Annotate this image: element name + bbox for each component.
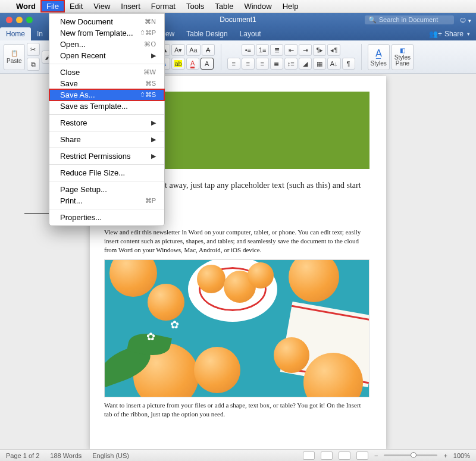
menu-restore[interactable]: Restore▶ <box>49 117 164 128</box>
file-menu-dropdown: New Document⌘N New from Template...⇧⌘P O… <box>49 13 165 226</box>
chevron-right-icon: ▶ <box>151 52 156 59</box>
divider <box>361 44 362 70</box>
content-image[interactable]: ✿ ✿ <box>104 259 369 397</box>
user-icon[interactable]: ☺▾ <box>459 15 471 24</box>
paste-button[interactable]: 📋 Paste <box>4 44 25 70</box>
document-title: Document1 <box>220 15 256 24</box>
menu-tools[interactable]: Tools <box>181 1 209 12</box>
menu-window[interactable]: Window <box>239 1 277 12</box>
menu-insert[interactable]: Insert <box>115 1 146 12</box>
line-spacing-button[interactable]: ↕≡ <box>284 58 298 70</box>
window-controls[interactable] <box>0 17 33 23</box>
draft-view-button[interactable] <box>356 451 368 460</box>
mac-menubar: Word File Edit View Insert Format Tools … <box>0 0 476 13</box>
menu-table[interactable]: Table <box>209 1 239 12</box>
change-case-button[interactable]: Aa <box>186 44 200 56</box>
character-border-button[interactable]: A <box>201 58 214 70</box>
zoom-slider[interactable] <box>384 454 437 456</box>
status-page[interactable]: Page 1 of 2 <box>6 452 39 459</box>
status-language[interactable]: English (US) <box>92 452 129 459</box>
highlight-button[interactable]: ab <box>171 58 184 70</box>
zoom-icon[interactable] <box>26 17 33 23</box>
zoom-out-button[interactable]: − <box>374 452 378 459</box>
align-right-button[interactable]: ≡ <box>256 58 269 70</box>
menu-restrict-permissions[interactable]: Restrict Permissions▶ <box>49 150 164 162</box>
clipboard-icon: 📋 <box>11 50 18 57</box>
numbering-button[interactable]: 1≡ <box>256 44 270 56</box>
outline-view-button[interactable] <box>339 451 350 460</box>
styles-pane-button[interactable]: ◧ Styles Pane <box>392 44 414 70</box>
zoom-level[interactable]: 100% <box>453 452 470 459</box>
menu-save-as-template[interactable]: Save as Template... <box>49 101 164 112</box>
menu-print[interactable]: Print...⌘P <box>49 195 164 206</box>
tab-layout[interactable]: Layout <box>234 27 267 40</box>
borders-button[interactable]: ▦ <box>313 58 326 70</box>
status-bar: Page 1 of 2 188 Words English (US) − + 1… <box>0 449 476 461</box>
menu-file[interactable]: File <box>41 1 64 12</box>
chevron-right-icon: ▶ <box>151 152 156 160</box>
menu-save-as[interactable]: Save As...⇧⌘S <box>49 89 164 101</box>
print-layout-view-button[interactable] <box>303 451 315 460</box>
zoom-in-button[interactable]: + <box>443 452 447 459</box>
menu-open-recent[interactable]: Open Recent▶ <box>49 50 164 61</box>
shrink-font-button[interactable]: A▾ <box>171 44 185 56</box>
ltr-button[interactable]: ¶▸ <box>313 44 326 56</box>
minimize-icon[interactable] <box>16 17 23 23</box>
menu-properties[interactable]: Properties... <box>49 212 164 223</box>
chevron-right-icon: ▶ <box>151 136 156 143</box>
menu-open[interactable]: Open...⌘O <box>49 39 164 50</box>
tab-table-design[interactable]: Table Design <box>180 27 233 40</box>
styles-button[interactable]: A̲ Styles <box>368 44 390 70</box>
tab-home[interactable]: Home <box>0 27 31 40</box>
indent-left-button[interactable]: ⇤ <box>284 44 298 56</box>
multilevel-button[interactable]: ≣ <box>270 44 283 56</box>
align-left-button[interactable]: ≡ <box>227 58 240 70</box>
show-marks-button[interactable]: ¶ <box>342 58 355 70</box>
pane-icon: ◧ <box>400 47 405 54</box>
cut-button[interactable]: ✂ <box>27 43 40 56</box>
menu-view[interactable]: View <box>88 1 115 12</box>
menu-page-setup[interactable]: Page Setup... <box>49 184 164 195</box>
search-icon: 🔍 <box>368 16 377 24</box>
font-color-button[interactable]: A <box>186 58 199 70</box>
sort-button[interactable]: A↓ <box>327 58 341 70</box>
share-button[interactable]: 👥+Share▾ <box>423 27 476 40</box>
tab-insert[interactable]: In <box>31 27 49 40</box>
app-menu[interactable]: Word <box>11 1 41 12</box>
body-paragraph-1[interactable]: View and edit this newsletter in Word on… <box>104 228 369 255</box>
close-icon[interactable] <box>6 17 12 23</box>
menu-new-document[interactable]: New Document⌘N <box>49 16 164 27</box>
divider <box>221 44 221 70</box>
menu-save[interactable]: Save⌘S <box>49 78 164 89</box>
copy-button[interactable]: ⧉ <box>27 58 40 71</box>
menu-new-from-template[interactable]: New from Template...⇧⌘P <box>49 27 164 39</box>
web-layout-view-button[interactable] <box>321 451 333 460</box>
menu-share[interactable]: Share▶ <box>49 134 164 145</box>
menu-reduce-file-size[interactable]: Reduce File Size... <box>49 167 164 178</box>
search-input[interactable]: 🔍 Search in Document <box>365 15 454 24</box>
status-words[interactable]: 188 Words <box>50 452 82 459</box>
copy-icon: ⧉ <box>31 61 36 68</box>
indent-right-button[interactable]: ⇥ <box>299 44 312 56</box>
bullets-button[interactable]: •≡ <box>242 44 255 56</box>
search-placeholder: Search in Document <box>379 16 439 23</box>
chevron-right-icon: ▶ <box>151 119 156 127</box>
shading-button[interactable]: ◢ <box>299 58 312 70</box>
styles-icon: A̲ <box>375 48 382 59</box>
menu-edit[interactable]: Edit <box>64 1 88 12</box>
justify-button[interactable]: ≣ <box>270 58 283 70</box>
menu-close[interactable]: Close⌘W <box>49 67 164 78</box>
menu-format[interactable]: Format <box>146 1 181 12</box>
share-icon: 👥+ <box>429 30 442 38</box>
body-paragraph-2[interactable]: Want to insert a picture from your files… <box>104 401 369 419</box>
rtl-button[interactable]: ◂¶ <box>327 44 340 56</box>
scissors-icon: ✂ <box>30 46 36 54</box>
align-center-button[interactable]: ≡ <box>242 58 255 70</box>
menu-help[interactable]: Help <box>277 1 304 12</box>
clear-formatting-button[interactable]: A <box>202 44 215 56</box>
